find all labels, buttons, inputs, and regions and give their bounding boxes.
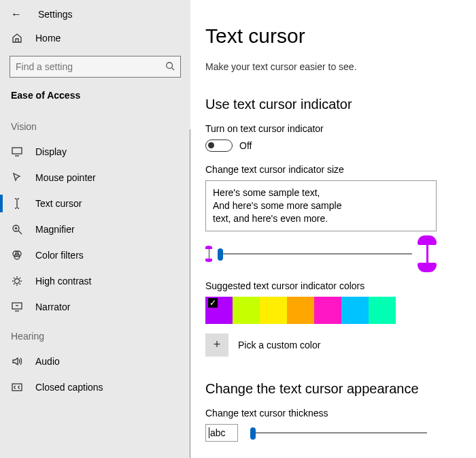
back-icon[interactable]: ← [11, 8, 22, 20]
custom-color-label: Pick a custom color [238, 340, 320, 350]
sidebar-item-label: Mouse pointer [35, 172, 96, 183]
color-swatch[interactable] [233, 297, 260, 324]
plus-icon: + [214, 338, 221, 352]
sidebar-item-mouse-pointer[interactable]: Mouse pointer [0, 165, 190, 191]
custom-color-button[interactable]: + [205, 333, 228, 357]
home-nav[interactable]: Home [0, 26, 190, 50]
search-icon [165, 61, 175, 73]
size-slider[interactable] [218, 253, 412, 255]
sidebar-item-narrator[interactable]: Narrator [0, 294, 190, 320]
toggle-state: Off [239, 140, 252, 151]
color-swatch[interactable] [260, 297, 287, 324]
sidebar-item-label: Closed captions [35, 382, 103, 393]
sample-line: And here's some more sample [213, 199, 429, 212]
color-filters-icon [11, 249, 23, 261]
color-swatch[interactable] [369, 297, 396, 324]
group-label-vision: Vision [0, 110, 190, 139]
audio-icon [11, 355, 23, 367]
color-swatches [205, 297, 460, 324]
small-cursor-preview [205, 246, 212, 262]
color-swatch[interactable] [205, 297, 233, 324]
sidebar-item-audio[interactable]: Audio [0, 348, 190, 374]
sidebar-item-label: Text cursor [35, 198, 82, 209]
color-swatch[interactable] [341, 297, 369, 324]
sidebar-item-label: Audio [35, 356, 60, 367]
magnifier-icon [11, 223, 23, 235]
high-contrast-icon [11, 275, 23, 287]
slider-thumb[interactable] [218, 248, 223, 261]
thickness-slider[interactable] [250, 432, 427, 434]
main-content: Text cursor Make your text cursor easier… [190, 0, 476, 458]
sidebar-item-label: Color filters [35, 250, 84, 261]
sidebar: ← Settings Home Ease of Access Vision Di… [0, 0, 190, 458]
sidebar-item-label: Display [35, 146, 67, 157]
sidebar-item-text-cursor[interactable]: Text cursor [0, 191, 190, 216]
sidebar-item-magnifier[interactable]: Magnifier [0, 216, 190, 242]
sidebar-item-color-filters[interactable]: Color filters [0, 242, 190, 268]
page-title: Text cursor [205, 24, 460, 48]
text-cursor-icon [11, 197, 23, 210]
color-swatch[interactable] [287, 297, 314, 324]
svg-point-6 [15, 279, 20, 284]
svg-rect-1 [12, 148, 22, 154]
narrator-icon [11, 301, 23, 313]
svg-rect-8 [12, 384, 22, 391]
large-cursor-preview [418, 235, 437, 272]
size-label: Change text cursor indicator size [205, 164, 460, 175]
sidebar-item-label: Narrator [35, 301, 70, 312]
sidebar-item-label: Magnifier [35, 224, 75, 235]
closed-captions-icon [11, 381, 23, 393]
indicator-toggle[interactable] [205, 140, 233, 152]
section-indicator-header: Use text cursor indicator [205, 97, 460, 112]
group-label-hearing: Hearing [0, 320, 190, 348]
section-title: Ease of Access [0, 86, 190, 110]
colors-label: Suggested text cursor indicator colors [205, 280, 460, 291]
sidebar-item-label: High contrast [35, 276, 91, 287]
sidebar-item-display[interactable]: Display [0, 139, 190, 165]
home-icon [11, 33, 23, 44]
thickness-preview-text: abc [210, 427, 226, 438]
sample-line: text, and here's even more. [213, 212, 429, 225]
mouse-pointer-icon [11, 171, 23, 184]
display-icon [11, 146, 23, 158]
sample-line: Here's some sample text, [213, 186, 429, 199]
sample-text-box: Here's some sample text, And here's some… [205, 180, 437, 231]
svg-point-0 [167, 62, 173, 68]
sidebar-item-closed-captions[interactable]: Closed captions [0, 374, 190, 400]
sidebar-item-high-contrast[interactable]: High contrast [0, 268, 190, 294]
search-box[interactable] [10, 56, 181, 78]
page-subtitle: Make your text cursor easier to see. [205, 61, 460, 72]
section-appearance-header: Change the text cursor appearance [205, 381, 460, 397]
thickness-label: Change text cursor thickness [205, 408, 460, 419]
toggle-label: Turn on text cursor indicator [205, 123, 460, 134]
color-swatch[interactable] [314, 297, 341, 324]
app-title: Settings [38, 9, 73, 20]
scroll-indicator[interactable] [190, 129, 190, 458]
search-input[interactable] [16, 61, 159, 72]
thickness-preview: abc [205, 424, 238, 442]
home-label: Home [35, 33, 61, 44]
slider-thumb[interactable] [250, 427, 256, 440]
